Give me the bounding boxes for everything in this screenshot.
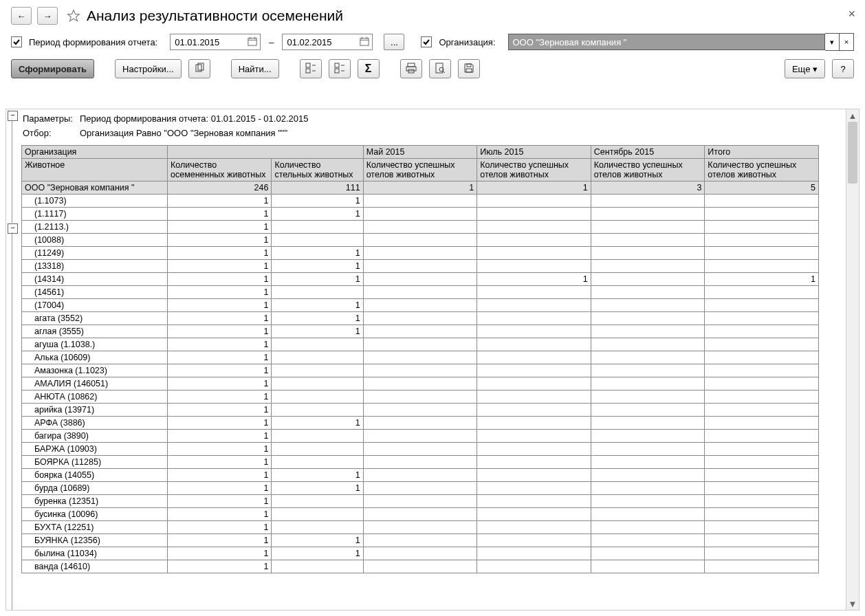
table-row[interactable]: бусинка (10096)1 <box>22 508 819 521</box>
table-row[interactable]: ванда (14610)1 <box>22 560 819 573</box>
cell-value <box>591 273 705 286</box>
table-row[interactable]: (1.1073)11 <box>22 195 819 208</box>
cell-value <box>705 390 819 404</box>
table-row[interactable]: БОЯРКА (11285)1 <box>22 456 819 469</box>
col-header[interactable] <box>168 146 364 159</box>
tree-line <box>12 120 12 223</box>
table-row[interactable]: былина (11034)11 <box>22 547 819 560</box>
table-row[interactable]: (17004)11 <box>22 299 819 312</box>
table-row[interactable]: АРФА (3886)11 <box>22 417 819 430</box>
table-row[interactable]: аглая (3555)11 <box>22 325 819 338</box>
table-row[interactable]: БУЯНКА (12356)11 <box>22 534 819 547</box>
table-row[interactable]: (14561)1 <box>22 286 819 299</box>
table-row[interactable]: БАРЖА (10903)1 <box>22 443 819 456</box>
period-checkbox[interactable] <box>11 36 22 47</box>
sum-button[interactable]: Σ <box>358 59 380 78</box>
find-button[interactable]: Найти... <box>231 59 279 78</box>
organization-clear-button[interactable]: × <box>840 33 854 51</box>
nav-forward-button[interactable]: → <box>37 7 58 25</box>
close-button[interactable]: × <box>848 7 855 21</box>
table-row[interactable]: арийка (13971)1 <box>22 404 819 417</box>
form-report-button[interactable]: Сформировать <box>11 59 94 78</box>
vertical-scrollbar[interactable]: ▲ ▼ <box>846 109 859 610</box>
table-row[interactable]: (13318)11 <box>22 260 819 273</box>
cell-value <box>705 404 819 417</box>
col-header[interactable]: Май 2015 <box>363 146 477 159</box>
cell-value <box>705 443 819 456</box>
period-to-input[interactable]: 01.02.2015 <box>282 34 373 50</box>
organization-input[interactable]: ООО "Зерновая компания " <box>508 34 826 50</box>
calendar-icon[interactable] <box>243 36 257 48</box>
nav-back-button[interactable]: ← <box>11 7 32 25</box>
scroll-up-icon[interactable]: ▲ <box>846 109 859 122</box>
table-row[interactable]: агуша (1.1038.)1 <box>22 338 819 351</box>
table-row[interactable]: боярка (14055)11 <box>22 469 819 482</box>
cell-value <box>272 404 363 417</box>
collapse-groups-button[interactable] <box>329 59 351 78</box>
cell-name: (1.1117) <box>22 208 168 221</box>
organization-dropdown-button[interactable]: ▾ <box>825 33 840 51</box>
table-row[interactable]: АНЮТА (10862)1 <box>22 390 819 404</box>
col-header[interactable]: Июль 2015 <box>477 146 591 159</box>
table-row[interactable]: агата (3552)11 <box>22 312 819 325</box>
col-header[interactable]: Сентябрь 2015 <box>591 146 705 159</box>
cell-value <box>272 443 363 456</box>
cell-value <box>705 312 819 325</box>
tree-toggle-group[interactable]: − <box>8 223 18 234</box>
organization-checkbox[interactable] <box>421 36 432 47</box>
col-header[interactable]: Количество стельных животных <box>272 159 363 182</box>
table-row[interactable]: буренка (12351)1 <box>22 495 819 508</box>
cell-value <box>363 364 477 377</box>
cell-value <box>363 404 477 417</box>
period-from-input[interactable]: 01.01.2015 <box>170 34 261 50</box>
tree-toggle-params[interactable]: − <box>8 111 18 121</box>
more-button[interactable]: Еще ▾ <box>785 59 825 78</box>
table-row[interactable]: багира (3890)1 <box>22 430 819 443</box>
save-button[interactable] <box>458 59 480 78</box>
calendar-icon[interactable] <box>355 36 369 48</box>
cell-value <box>363 469 477 482</box>
cell-value <box>477 338 591 351</box>
col-header[interactable]: Итого <box>705 146 819 159</box>
col-header[interactable]: Количество осемененных животных <box>168 159 272 182</box>
copy-button[interactable] <box>188 59 210 78</box>
cell-value: 1 <box>272 273 363 286</box>
table-row[interactable]: (10088)1 <box>22 234 819 247</box>
cell-value <box>477 208 591 221</box>
col-header[interactable]: Организация <box>22 146 168 159</box>
cell-value <box>477 560 591 573</box>
scroll-down-icon[interactable]: ▼ <box>846 597 859 610</box>
table-row[interactable]: (1.2113.)1 <box>22 221 819 234</box>
table-row[interactable]: АМАЛИЯ (146051)1 <box>22 377 819 390</box>
table-row[interactable]: (11249)11 <box>22 247 819 260</box>
cell-value <box>272 338 363 351</box>
col-header[interactable]: Количество успешных отелов животных <box>591 159 705 182</box>
cell-value <box>272 508 363 521</box>
report-area[interactable]: − − Параметры:Период формирования отчета… <box>6 109 846 610</box>
cell-name: (1.1073) <box>22 195 168 208</box>
col-header[interactable]: Количество успешных отелов животных <box>477 159 591 182</box>
expand-groups-button[interactable] <box>300 59 322 78</box>
cell-value <box>272 495 363 508</box>
scroll-thumb[interactable] <box>848 122 857 184</box>
table-row[interactable]: ООО "Зерновая компания "2461111135 <box>22 182 819 195</box>
table-row[interactable]: Амазонка (1.1023)1 <box>22 364 819 377</box>
period-choose-button[interactable]: ... <box>384 34 404 50</box>
favorite-star-icon[interactable] <box>66 8 81 23</box>
col-header[interactable]: Животное <box>22 159 168 182</box>
cell-value <box>705 299 819 312</box>
period-from-value: 01.01.2015 <box>171 37 219 47</box>
settings-button[interactable]: Настройки... <box>115 59 182 78</box>
print-button[interactable] <box>400 59 422 78</box>
table-row[interactable]: бурда (10689)11 <box>22 482 819 495</box>
col-header[interactable]: Количество успешных отелов животных <box>363 159 477 182</box>
table-row[interactable]: Алька (10609)1 <box>22 351 819 364</box>
cell-value <box>477 417 591 430</box>
table-row[interactable]: БУХТА (12251)1 <box>22 521 819 534</box>
table-row[interactable]: (1.1117)11 <box>22 208 819 221</box>
preview-button[interactable] <box>429 59 451 78</box>
help-button[interactable]: ? <box>832 59 854 78</box>
table-row[interactable]: (14314)1111 <box>22 273 819 286</box>
cell-value <box>272 390 363 404</box>
col-header[interactable]: Количество успешных отелов животных <box>705 159 819 182</box>
